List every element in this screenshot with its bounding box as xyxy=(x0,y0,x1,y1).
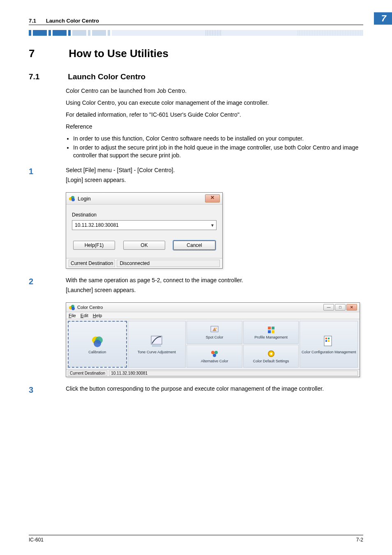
page-header: 7.1 Launch Color Centro 7 xyxy=(29,12,363,25)
svg-rect-24 xyxy=(325,338,327,339)
step-1: 1 Select [File] menu - [Start] - [Color … xyxy=(29,167,363,187)
alternative-color-button[interactable]: Alternative Color xyxy=(187,345,242,368)
calibration-button[interactable]: Calibration xyxy=(68,321,127,368)
menu-help[interactable]: Help xyxy=(93,313,102,318)
app-icon xyxy=(69,304,75,311)
step-2: 2 With the same operation as page 5-2, c… xyxy=(29,277,363,297)
svg-rect-20 xyxy=(272,330,274,333)
cancel-button[interactable]: Cancel xyxy=(173,241,215,250)
close-button[interactable]: ✕ xyxy=(346,304,357,311)
chevron-down-icon: ▼ xyxy=(210,223,214,228)
launcher-status-bar: Current Destination 10.11.32.180:30081 xyxy=(66,369,360,377)
profile-label: Profile Management xyxy=(254,335,288,339)
step-text: With the same operation as page 5-2, con… xyxy=(66,277,363,283)
reference-item: In order to adjust the secure print job … xyxy=(73,144,363,159)
minimize-button[interactable]: — xyxy=(323,304,334,311)
destination-combobox[interactable]: 10.11.32.180:30081 ▼ xyxy=(72,220,217,230)
profile-icon xyxy=(267,325,276,334)
intro-block: Color Centro can be launched from Job Ce… xyxy=(66,87,363,167)
calibration-label: Calibration xyxy=(88,350,106,354)
step-result: [Login] screen appears. xyxy=(66,177,363,183)
svg-rect-25 xyxy=(328,338,330,339)
launcher-titlebar: Color Centro — □ ✕ xyxy=(66,303,360,312)
svg-point-14 xyxy=(211,351,214,354)
svg-point-15 xyxy=(214,351,218,354)
chapter-tab: 7 xyxy=(374,12,392,25)
step-result: [Launcher] screen appears. xyxy=(66,287,363,293)
reference-label: Reference xyxy=(66,123,363,131)
config-label: Color Configuration Management xyxy=(302,350,356,354)
status-value: Disconnected xyxy=(117,260,220,267)
step-text: Click the button corresponding to the pu… xyxy=(66,385,363,392)
profile-management-button[interactable]: Profile Management xyxy=(243,321,299,344)
chapter-title: 7 How to Use Utilities xyxy=(29,47,363,60)
svg-point-2 xyxy=(71,198,75,201)
svg-rect-18 xyxy=(272,327,274,329)
launcher-window: Color Centro — □ ✕ FFileile Edit Help Ca… xyxy=(66,302,360,377)
tone-curve-button[interactable]: Tone Curve Adjustment xyxy=(128,321,186,368)
login-title-text: Login xyxy=(78,196,91,202)
svg-point-5 xyxy=(71,307,75,310)
status-value: 10.11.32.180:30081 xyxy=(109,371,358,376)
footer-right: 7-2 xyxy=(356,537,363,543)
chapter-number: 7 xyxy=(29,47,66,60)
chapter-title-text: How to Use Utilities xyxy=(69,47,168,60)
spot-color-button[interactable]: Spot Color xyxy=(187,321,242,344)
defaults-label: Color Default Settings xyxy=(253,359,289,363)
destination-label: Destination xyxy=(72,212,217,218)
page-footer: IC-601 7-2 xyxy=(29,535,363,543)
status-label: Current Destination xyxy=(69,260,115,267)
menu-edit[interactable]: Edit xyxy=(81,313,88,318)
close-button[interactable]: ✕ xyxy=(205,194,220,203)
login-status-bar: Current Destination Disconnected xyxy=(66,258,222,268)
section-title-text: Launch Color Centro xyxy=(68,72,145,81)
step-number: 2 xyxy=(29,277,66,297)
svg-rect-27 xyxy=(328,340,330,342)
intro-p2: Using Color Centro, you can execute colo… xyxy=(66,99,363,107)
app-icon xyxy=(69,195,75,202)
spot-color-label: Spot Color xyxy=(206,335,224,339)
launcher-menubar: FFileile Edit Help xyxy=(66,312,360,319)
color-config-management-button[interactable]: Color Configuration Management xyxy=(300,321,358,368)
ok-button[interactable]: OK xyxy=(123,241,165,250)
decorative-stripe xyxy=(29,30,363,36)
reference-item: In order to use this function, Color Cen… xyxy=(73,135,363,143)
svg-rect-17 xyxy=(268,327,271,329)
intro-p1: Color Centro can be launched from Job Ce… xyxy=(66,87,363,95)
calibration-icon xyxy=(90,334,104,348)
login-dialog: Login ✕ Destination 10.11.32.180:30081 ▼… xyxy=(66,192,223,269)
help-button[interactable]: Help(F1) xyxy=(73,241,115,250)
gear-icon xyxy=(267,349,276,358)
intro-p3: For detailed information, refer to "IC-6… xyxy=(66,111,363,119)
header-section-number: 7.1 xyxy=(29,18,36,24)
svg-rect-10 xyxy=(152,345,161,347)
svg-rect-9 xyxy=(151,336,162,344)
section-title: 7.1 Launch Color Centro xyxy=(29,72,363,81)
reference-list: In order to use this function, Color Cen… xyxy=(66,135,363,160)
step-number: 1 xyxy=(29,167,66,187)
step-text: Select [File] menu - [Start] - [Color Ce… xyxy=(66,167,363,173)
config-icon xyxy=(322,334,336,348)
spot-color-icon xyxy=(210,325,219,334)
svg-point-13 xyxy=(215,327,217,329)
tone-curve-label: Tone Curve Adjustment xyxy=(138,350,176,354)
svg-point-8 xyxy=(94,340,101,347)
menu-file[interactable]: FFileile xyxy=(69,313,76,318)
step-number: 3 xyxy=(29,385,66,395)
color-default-settings-button[interactable]: Color Default Settings xyxy=(243,345,299,368)
launcher-body: Calibration Tone Curve Adjustment Spot C… xyxy=(66,319,360,369)
header-left: 7.1 Launch Color Centro xyxy=(29,18,99,24)
status-label: Current Destination xyxy=(68,371,107,376)
svg-point-16 xyxy=(213,354,216,357)
tone-curve-icon xyxy=(150,334,164,348)
svg-rect-26 xyxy=(325,340,327,342)
maximize-button[interactable]: □ xyxy=(335,304,346,311)
launcher-title-text: Color Centro xyxy=(77,305,103,310)
section-number: 7.1 xyxy=(29,72,66,81)
login-titlebar: Login ✕ xyxy=(66,193,222,205)
step-3: 3 Click the button corresponding to the … xyxy=(29,385,363,395)
alternative-color-label: Alternative Color xyxy=(201,359,228,363)
svg-rect-19 xyxy=(268,330,271,333)
footer-left: IC-601 xyxy=(29,537,44,543)
svg-point-22 xyxy=(270,353,272,355)
